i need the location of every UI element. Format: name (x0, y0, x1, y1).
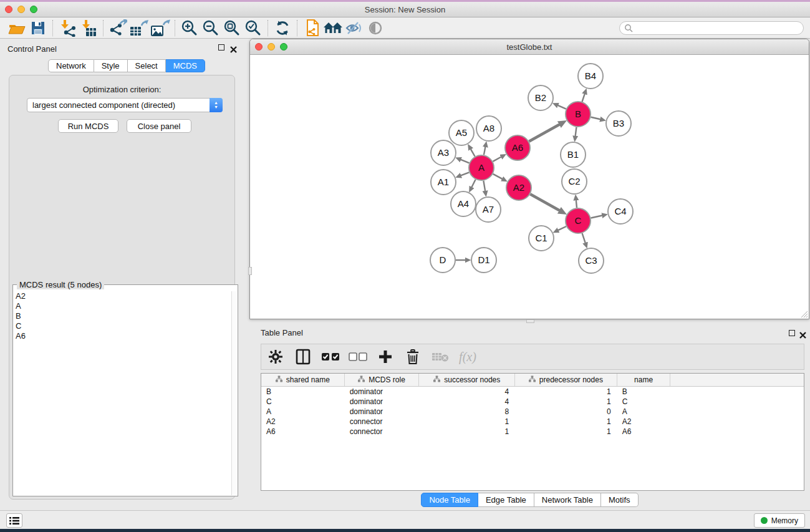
mcds-result-item[interactable]: A2 (16, 291, 26, 301)
zoom-in-icon[interactable] (179, 19, 200, 37)
tab-network-table[interactable]: Network Table (534, 493, 601, 507)
scrollbar[interactable] (231, 291, 237, 495)
tab-mcds[interactable]: MCDS (166, 59, 205, 72)
edge-A-A4[interactable] (471, 180, 475, 187)
zoom-selected-icon[interactable] (243, 19, 264, 37)
cell-name[interactable]: B (617, 387, 671, 396)
table-row[interactable]: Cdominator41C (261, 397, 804, 407)
cell-successor-nodes[interactable]: 1 (419, 427, 515, 436)
table-row[interactable]: A6connector11A6 (261, 427, 804, 437)
node-table[interactable]: shared nameMCDS rolesuccessor nodesprede… (261, 373, 804, 491)
table-row[interactable]: A2connector11A2 (261, 417, 804, 427)
edge-A6-B[interactable] (529, 125, 559, 142)
cell-predecessor-nodes[interactable]: 1 (515, 387, 617, 396)
node-A3[interactable]: A3 (431, 140, 456, 165)
mcds-result-list[interactable]: A2ABCA6 (16, 291, 26, 341)
hide-details-icon[interactable] (344, 19, 365, 37)
edge-C-C2[interactable] (576, 200, 577, 208)
splitter-grip[interactable] (526, 319, 534, 323)
edge-A-A8[interactable] (484, 147, 485, 155)
cell-predecessor-nodes[interactable]: 1 (515, 417, 617, 426)
cell-shared-name[interactable]: B (261, 387, 345, 396)
edge-A-A2[interactable] (493, 174, 503, 179)
edge-B-B3[interactable] (591, 117, 600, 120)
edge-A-A6[interactable] (493, 157, 501, 161)
node-A2[interactable]: A2 (506, 175, 531, 200)
node-B1[interactable]: B1 (561, 142, 586, 167)
edge-A-A7[interactable] (483, 181, 485, 191)
node-A8[interactable]: A8 (476, 116, 501, 141)
node-B3[interactable]: B3 (606, 111, 631, 136)
node-D[interactable]: D (430, 248, 455, 273)
column-header-MCDS-role[interactable]: MCDS role (345, 374, 420, 386)
tab-network[interactable]: Network (48, 59, 94, 72)
zoom-fit-icon[interactable] (221, 19, 243, 37)
close-panel-icon[interactable] (230, 44, 238, 52)
export-table-icon[interactable] (128, 19, 150, 37)
node-A1[interactable]: A1 (431, 170, 456, 195)
mcds-result-item[interactable]: C (16, 321, 26, 331)
tab-edge-table[interactable]: Edge Table (478, 493, 534, 507)
cell-name[interactable]: C (617, 397, 671, 406)
cell-shared-name[interactable]: A6 (261, 427, 345, 436)
cell-predecessor-nodes[interactable]: 0 (515, 407, 617, 416)
tab-style[interactable]: Style (94, 59, 128, 72)
edge-C-C1[interactable] (558, 226, 566, 230)
network-document-icon[interactable] (301, 19, 322, 37)
export-network-icon[interactable] (107, 19, 128, 37)
node-C[interactable]: C (566, 208, 591, 233)
mcds-result-item[interactable]: B (16, 311, 26, 321)
cell-successor-nodes[interactable]: 4 (419, 397, 515, 406)
export-image-icon[interactable] (150, 19, 171, 37)
mcds-result-item[interactable]: A6 (16, 331, 26, 341)
close-panel-icon[interactable] (799, 330, 807, 337)
node-C4[interactable]: C4 (608, 199, 633, 224)
show-details-icon[interactable] (365, 19, 386, 37)
cell-MCDS-role[interactable]: connector (345, 427, 420, 436)
search-input[interactable] (633, 24, 799, 32)
node-A5[interactable]: A5 (449, 120, 474, 145)
cell-name[interactable]: A (617, 407, 671, 416)
show-columns-icon[interactable] (294, 347, 312, 366)
node-B[interactable]: B (566, 102, 591, 127)
mcds-result-item[interactable]: A (16, 301, 26, 311)
node-C1[interactable]: C1 (529, 226, 554, 251)
tab-node-table[interactable]: Node Table (421, 493, 478, 507)
close-panel-button[interactable]: Close panel (127, 119, 191, 133)
cell-shared-name[interactable]: C (261, 397, 345, 406)
table-row[interactable]: Adominator80A (261, 407, 804, 417)
node-C3[interactable]: C3 (579, 248, 604, 273)
memory-button[interactable]: Memory (754, 513, 805, 528)
open-folder-icon[interactable] (6, 19, 27, 37)
cell-MCDS-role[interactable]: dominator (345, 387, 420, 396)
edge-A-A5[interactable] (471, 149, 475, 157)
node-A6[interactable]: A6 (505, 135, 530, 160)
cell-MCDS-role[interactable]: connector (345, 417, 420, 426)
deselect-all-icon[interactable] (349, 347, 367, 366)
edge-A-A3[interactable] (461, 160, 470, 163)
node-A7[interactable]: A7 (476, 197, 501, 222)
tab-motifs[interactable]: Motifs (601, 493, 639, 507)
table-row[interactable]: Bdominator41B (261, 387, 804, 397)
task-history-button[interactable] (6, 513, 22, 528)
save-icon[interactable] (27, 19, 49, 37)
cell-name[interactable]: A2 (617, 417, 671, 426)
import-table-icon[interactable] (78, 19, 99, 37)
optimization-criterion-dropdown[interactable]: largest connected component (directed) ▲… (27, 98, 223, 112)
table-settings-gear-icon[interactable] (266, 347, 285, 366)
zoom-out-icon[interactable] (200, 19, 221, 37)
cell-name[interactable]: A6 (617, 427, 671, 436)
column-header-predecessor-nodes[interactable]: predecessor nodes (515, 374, 617, 386)
delete-column-trash-icon[interactable] (403, 347, 422, 366)
node-A4[interactable]: A4 (451, 191, 476, 216)
edge-A-A1[interactable] (461, 172, 469, 175)
column-header-successor-nodes[interactable]: successor nodes (419, 374, 515, 386)
cell-predecessor-nodes[interactable]: 1 (515, 427, 617, 436)
network-window-titlebar[interactable]: testGlobe.txt (250, 39, 809, 55)
edge-C-C3[interactable] (582, 233, 586, 243)
cell-successor-nodes[interactable]: 1 (419, 417, 515, 426)
edge-B-B1[interactable] (576, 127, 577, 136)
cell-MCDS-role[interactable]: dominator (345, 407, 420, 416)
import-network-icon[interactable] (57, 19, 78, 37)
resize-grip-icon[interactable] (799, 309, 808, 317)
